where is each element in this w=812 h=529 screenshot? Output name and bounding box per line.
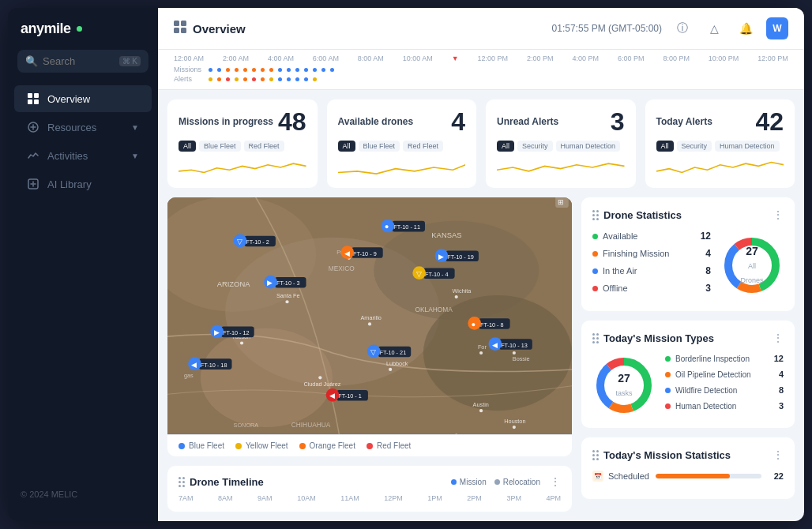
grip-icon: [592, 333, 599, 343]
schedule-icon: 📅: [592, 471, 603, 482]
drone-stat-finishing: Finishing Mission 4: [592, 248, 711, 259]
stat-tag-security[interactable]: Security: [677, 141, 712, 152]
drone-stat-offline: Offline 3: [592, 283, 711, 294]
legend-blue-fleet: Blue Fleet: [179, 441, 224, 450]
legend-dot-red: [367, 443, 373, 449]
svg-point-26: [389, 368, 392, 371]
stat-tag-all[interactable]: All: [179, 141, 196, 152]
missions-label: Missions: [174, 66, 205, 73]
stat-tag-red-fleet[interactable]: Red Fleet: [244, 141, 284, 152]
stat-title-drones: Available drones: [338, 116, 414, 127]
svg-text:FT-10 - 12: FT-10 - 12: [223, 329, 250, 336]
stat-card-unread-alerts: Unread Alerts 3 All Security Human Detec…: [486, 99, 636, 188]
timeline-labels: 12:00 AM2:00 AM4:00 AM6:00 AM8:00 AM10:0…: [174, 54, 788, 62]
mission-val-oil: 4: [779, 370, 784, 379]
drone-stat-val-offline: 3: [705, 283, 711, 294]
mission-donut-total: 27: [615, 372, 632, 385]
timeline-menu-button[interactable]: ⋮: [550, 475, 561, 488]
stat-dot-offline: [592, 286, 598, 291]
notification-button[interactable]: 🔔: [735, 17, 757, 39]
svg-text:◀: ◀: [191, 360, 197, 369]
svg-point-20: [285, 300, 288, 303]
legend-dot-yellow: [235, 443, 242, 449]
search-input[interactable]: [43, 55, 115, 67]
mission-label-human: Human Detection: [665, 402, 736, 411]
sidebar-item-resources[interactable]: Resources ▼: [14, 114, 152, 141]
svg-text:OKLAHOMA: OKLAHOMA: [415, 306, 453, 313]
svg-rect-2: [28, 99, 32, 104]
stat-header: Missions in progress 48: [179, 109, 306, 134]
sidebar-item-overview[interactable]: Overview: [14, 85, 152, 112]
timeline-strip: 12:00 AM2:00 AM4:00 AM6:00 AM8:00 AM10:0…: [158, 50, 804, 90]
mstat-bar-scheduled: [656, 474, 730, 478]
mstat-val-scheduled: 22: [768, 471, 784, 481]
alerts-label: Alerts: [174, 75, 205, 83]
stat-sparkline-unread: [497, 156, 625, 178]
stat-tag-all[interactable]: All: [656, 141, 674, 152]
legend-label-orange: Orange Fleet: [310, 441, 355, 450]
donut-total: 27: [736, 245, 768, 257]
stat-tag-all[interactable]: All: [497, 141, 514, 152]
stat-header: Today Alerts 42: [656, 109, 784, 134]
app-container: anymile 🔍 ⌘ K Overview: [8, 8, 804, 521]
stat-sparkline-drones: [338, 156, 466, 178]
svg-rect-9: [181, 28, 186, 33]
svg-text:MEXICO: MEXICO: [329, 264, 355, 272]
legend-label-blue: Blue Fleet: [189, 441, 224, 450]
stat-value-missions: 48: [278, 109, 306, 134]
tl-legend-relocation: Relocation: [494, 478, 540, 486]
timeline-controls: Mission Relocation ⋮: [451, 475, 561, 488]
stat-tag-human-detection[interactable]: Human Detection: [556, 141, 621, 152]
donut-label: 27 All Drones: [736, 245, 768, 286]
alert-button[interactable]: △: [703, 17, 725, 39]
legend-yellow-fleet: Yellow Fleet: [235, 441, 288, 450]
svg-text:CHIHUAHUA: CHIHUAHUA: [291, 421, 331, 429]
sidebar-item-label: Resources: [47, 122, 96, 133]
svg-rect-1: [34, 93, 39, 98]
sidebar: anymile 🔍 ⌘ K Overview: [8, 8, 158, 521]
resource-icon: [27, 121, 39, 133]
stat-tags-missions: All Blue Fleet Red Fleet: [179, 141, 306, 152]
stats-row: Missions in progress 48 All Blue Fleet R…: [158, 90, 804, 197]
sidebar-item-ai-library[interactable]: AI Library: [14, 171, 152, 197]
svg-text:▶: ▶: [214, 328, 220, 336]
mission-val-wildfire: 8: [779, 385, 784, 395]
grid-icon: [27, 92, 39, 105]
stat-card-drones: Available drones 4 All Blue Fleet Red Fl…: [327, 99, 477, 188]
mission-dot-human: [665, 403, 671, 409]
relocation-dot: [494, 479, 500, 485]
drone-stats-menu-button[interactable]: ⋮: [773, 208, 784, 221]
mission-donut-label: 27 tasks: [615, 372, 632, 399]
stat-tag-human-detection[interactable]: Human Detection: [715, 141, 780, 152]
stat-tag-blue-fleet[interactable]: Blue Fleet: [359, 141, 400, 152]
timeline-legend: Mission Relocation: [451, 478, 540, 486]
stat-tag-red-fleet[interactable]: Red Fleet: [403, 141, 443, 152]
mstat-label-scheduled: 📅 Scheduled: [592, 471, 649, 482]
header: Overview 01:57:55 PM (GMT-05:00) ⓘ △ 🔔 W: [158, 8, 804, 50]
user-avatar[interactable]: W: [766, 17, 788, 39]
ai-icon: [27, 178, 39, 190]
sidebar-footer: © 2024 MELIC: [8, 480, 158, 508]
drone-stat-val-finishing: 4: [705, 248, 711, 259]
sidebar-item-label: Overview: [47, 93, 90, 105]
search-box[interactable]: 🔍 ⌘ K: [17, 50, 148, 73]
mission-types-menu-button[interactable]: ⋮: [773, 332, 784, 344]
map-area: ARIZONA KANSAS OKLAHOMA gas Santa Fe Ama…: [167, 197, 572, 434]
tl-legend-mission: Mission: [451, 478, 487, 486]
help-button[interactable]: ⓘ: [671, 17, 694, 39]
svg-text:Amarillo: Amarillo: [361, 314, 382, 321]
stat-tag-all[interactable]: All: [338, 141, 355, 152]
right-panel: Drone Statistics ⋮ Available 12: [581, 197, 795, 512]
mission-statistics-card: Today's Mission Statistics ⋮ 📅 Scheduled: [581, 437, 795, 499]
mission-stats-title: Today's Mission Statistics: [603, 449, 731, 461]
sidebar-item-activities[interactable]: Activities ▼: [14, 142, 152, 169]
stat-tag-blue-fleet[interactable]: Blue Fleet: [199, 141, 241, 152]
drone-stat-label: Offline: [592, 283, 628, 293]
overview-icon: [174, 21, 186, 36]
stat-tags-drones: All Blue Fleet Red Fleet: [338, 141, 466, 152]
stat-tag-security[interactable]: Security: [517, 141, 553, 152]
mission-donut-sub: tasks: [615, 389, 632, 397]
svg-text:FT-10 - 9: FT-10 - 9: [353, 250, 377, 257]
mission-stats-menu-button[interactable]: ⋮: [773, 448, 784, 461]
sidebar-item-label: AI Library: [47, 178, 92, 190]
